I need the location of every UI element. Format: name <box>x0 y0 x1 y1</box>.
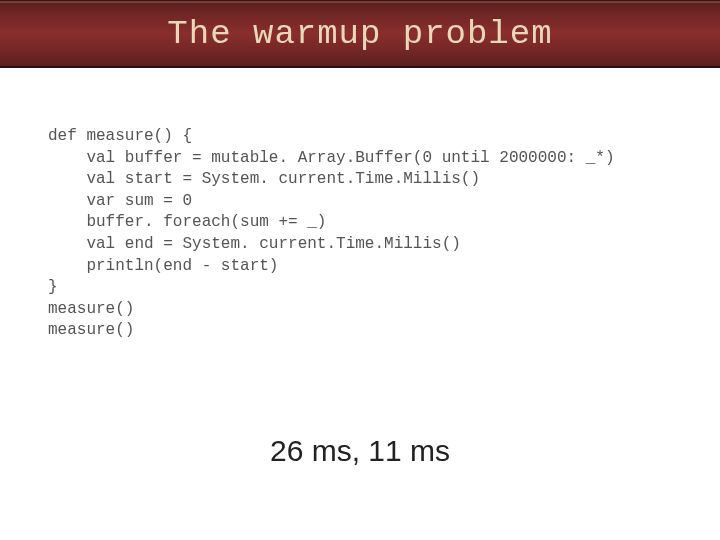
result-text: 26 ms, 11 ms <box>0 434 720 468</box>
slide-title: The warmup problem <box>167 15 552 53</box>
code-block: def measure() { val buffer = mutable. Ar… <box>48 126 615 342</box>
slide: The warmup problem def measure() { val b… <box>0 0 720 540</box>
title-bar: The warmup problem <box>0 0 720 68</box>
